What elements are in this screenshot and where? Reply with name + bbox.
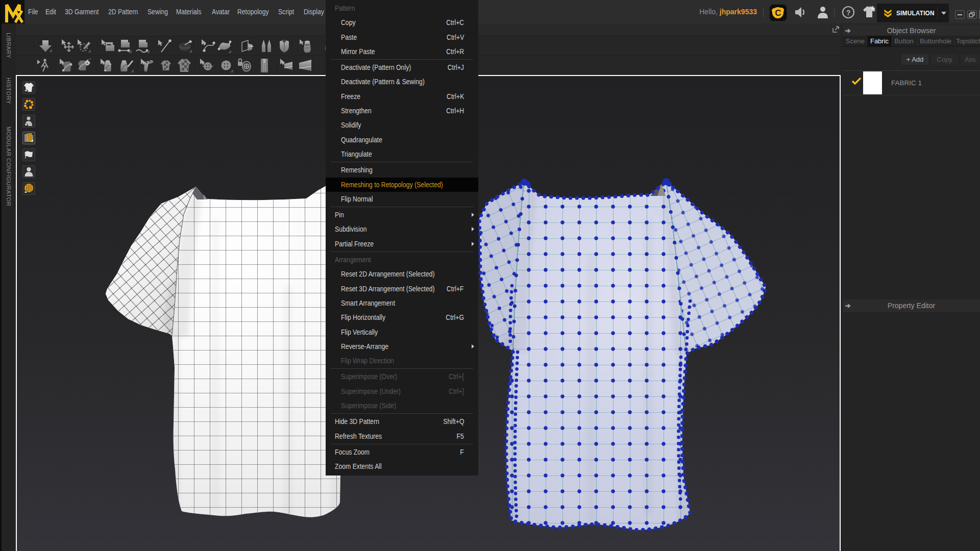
svg-text:C: C (775, 8, 781, 18)
svg-text:?: ? (846, 9, 851, 17)
